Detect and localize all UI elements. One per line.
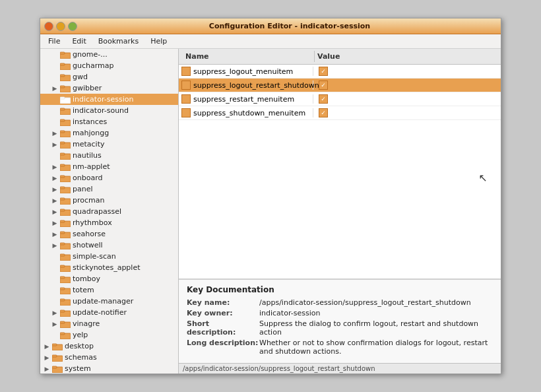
folder-icon <box>60 242 71 249</box>
tree-item[interactable]: ▶ gwibber <box>40 82 178 94</box>
folder-icon <box>60 264 71 272</box>
row-icon <box>181 108 191 117</box>
tree-item[interactable]: ▶ desktop <box>40 341 178 352</box>
config-row[interactable]: suppress_logout_restart_shutdown✓ <box>179 79 501 92</box>
tree-item[interactable]: indicator-session <box>40 94 178 105</box>
arrow-icon: ▶ <box>51 219 59 227</box>
col-value-header: Value <box>315 51 497 62</box>
svg-rect-7 <box>60 86 65 88</box>
folder-icon <box>60 320 71 328</box>
arrow-icon <box>51 275 59 283</box>
tree-item-label: rhythmbox <box>73 218 112 227</box>
folder-icon <box>60 331 71 339</box>
arrow-icon <box>51 118 59 126</box>
menu-file[interactable]: File <box>43 36 65 47</box>
folder-icon <box>52 365 63 373</box>
svg-rect-15 <box>60 131 65 133</box>
minimize-button[interactable] <box>56 22 65 31</box>
tree-item[interactable]: ▶ vinagre <box>40 318 178 329</box>
arrow-icon: ▶ <box>51 320 59 328</box>
svg-rect-41 <box>60 277 65 278</box>
arrow-icon: ▶ <box>51 84 59 92</box>
key-documentation: Key Documentation Key name: /apps/indica… <box>179 278 501 363</box>
arrow-icon: ▶ <box>51 185 59 193</box>
svg-rect-49 <box>60 321 65 323</box>
config-row-name: suppress_restart_menuitem <box>181 94 313 104</box>
tree-item[interactable]: ▶ nm-applet <box>40 161 178 172</box>
svg-rect-29 <box>60 209 65 211</box>
tree-item[interactable]: simple-scan <box>40 251 178 262</box>
tree-item-label: procman <box>73 196 104 205</box>
arrow-icon <box>51 264 59 272</box>
config-row[interactable]: suppress_shutdown_menuitem✓ <box>179 106 501 120</box>
tree-item[interactable]: ▶ panel <box>40 183 178 195</box>
arrow-icon: ▶ <box>51 309 59 317</box>
tree-item[interactable]: ▶ update-notifier <box>40 307 178 318</box>
config-row[interactable]: suppress_restart_menuitem✓ <box>179 92 501 106</box>
tree-item-label: gucharmap <box>73 61 113 70</box>
svg-rect-17 <box>60 142 65 144</box>
folder-icon <box>60 129 71 137</box>
tree-item[interactable]: yelp <box>40 329 178 341</box>
arrow-icon <box>51 298 59 306</box>
svg-rect-25 <box>60 187 65 189</box>
menubar: File Edit Bookmarks Help <box>40 34 501 49</box>
tree-item[interactable]: ▶ schemas <box>40 352 178 363</box>
tree-item[interactable]: tomboy <box>40 273 178 284</box>
folder-icon <box>52 343 63 350</box>
arrow-icon: ▶ <box>51 197 59 205</box>
doc-key-name-row: Key name: /apps/indicator-session/suppre… <box>187 298 493 307</box>
svg-rect-9 <box>60 97 65 99</box>
config-name-text: suppress_shutdown_menuitem <box>193 109 305 117</box>
menu-bookmarks[interactable]: Bookmarks <box>93 36 144 47</box>
tree-item[interactable]: ▶ seahorse <box>40 228 178 240</box>
tree-item-label: vinagre <box>73 319 100 328</box>
folder-icon <box>60 163 71 171</box>
tree-item[interactable]: ▶ mahjongg <box>40 127 178 139</box>
config-row-value: ✓ <box>313 67 498 76</box>
svg-rect-1 <box>60 52 65 54</box>
tree-item[interactable]: ▶ system <box>40 363 178 374</box>
tree-item[interactable]: ▶ metacity <box>40 139 178 150</box>
tree-item[interactable]: instances <box>40 116 178 127</box>
tree-item[interactable]: gucharmap <box>40 60 178 71</box>
folder-icon <box>60 219 71 227</box>
svg-rect-45 <box>60 299 65 301</box>
svg-rect-31 <box>60 220 65 222</box>
menu-help[interactable]: Help <box>145 36 172 47</box>
tree-item-label: system <box>65 364 91 373</box>
arrow-icon: ▶ <box>51 129 59 137</box>
svg-rect-11 <box>60 108 65 110</box>
close-button[interactable] <box>44 22 53 31</box>
key-doc-title: Key Documentation <box>187 285 493 294</box>
tree-item-label: shotwell <box>73 241 103 249</box>
tree-item[interactable]: ▶ shotwell <box>40 240 178 251</box>
arrow-icon <box>51 253 59 261</box>
menu-edit[interactable]: Edit <box>67 36 91 47</box>
empty-area: ↖ <box>179 158 501 278</box>
tree-item[interactable]: update-manager <box>40 296 178 307</box>
tree-item[interactable]: ▶ procman <box>40 195 178 206</box>
tree-item-label: onboard <box>73 174 102 182</box>
tree-item[interactable]: ▶ quadrapassel <box>40 206 178 217</box>
config-rows: suppress_logout_menuitem✓suppress_logout… <box>179 65 501 158</box>
tree-item[interactable]: indicator-sound <box>40 105 178 116</box>
arrow-icon: ▶ <box>51 163 59 171</box>
arrow-icon <box>51 73 59 81</box>
doc-key-owner-row: Key owner: indicator-session <box>187 309 493 317</box>
tree-item[interactable]: totem <box>40 284 178 296</box>
tree-item-label: desktop <box>65 342 94 350</box>
maximize-button[interactable] <box>68 22 77 31</box>
tree-item[interactable]: gwd <box>40 71 178 82</box>
tree-item[interactable]: gnome-... <box>40 49 178 60</box>
tree-item[interactable]: nautilus <box>40 150 178 161</box>
svg-rect-51 <box>60 333 65 335</box>
arrow-icon <box>51 331 59 339</box>
tree-item[interactable]: stickynotes_applet <box>40 262 178 273</box>
tree-item-label: gwibber <box>73 84 102 92</box>
arrow-icon <box>51 107 59 115</box>
config-row[interactable]: suppress_logout_menuitem✓ <box>179 65 501 79</box>
tree-item[interactable]: ▶ rhythmbox <box>40 217 178 228</box>
svg-rect-5 <box>60 75 65 77</box>
tree-item[interactable]: ▶ onboard <box>40 172 178 183</box>
